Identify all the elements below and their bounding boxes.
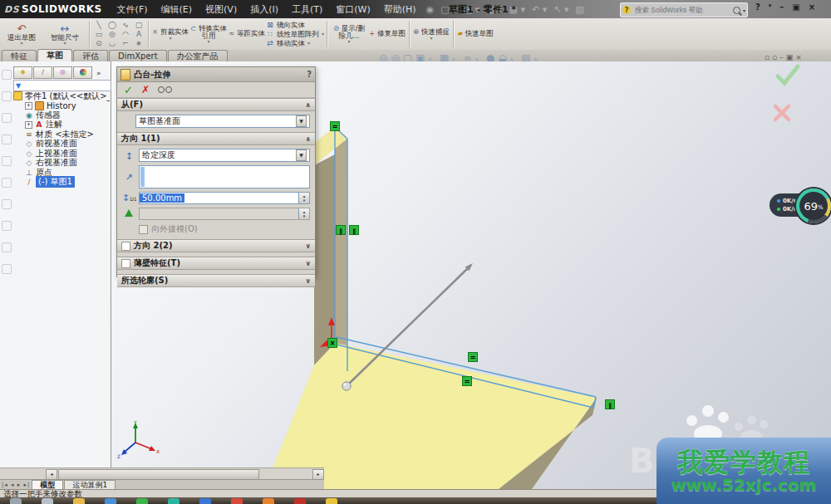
construction-tool-icon[interactable]: ∗ xyxy=(132,39,145,48)
trim-entities-button[interactable]: × 剪裁实体▾ xyxy=(151,28,189,39)
expand-icon[interactable]: + xyxy=(25,102,32,110)
line-tool-icon[interactable]: ╲ xyxy=(92,21,106,30)
rebuild-icon[interactable]: ▧ xyxy=(572,4,587,15)
search-input[interactable] xyxy=(633,5,730,15)
rapid-sketch-button[interactable]: ▰ 快速草图 xyxy=(456,30,494,37)
mirror-entities-button[interactable]: ⊠ 镜向实体 xyxy=(266,21,324,29)
horizontal-scrollbar[interactable]: ◂ ▸ xyxy=(0,467,324,480)
panel-help-button[interactable]: ? xyxy=(307,70,312,79)
tab-nav-icons[interactable]: |◂ ◂ ▸ ▸| xyxy=(2,482,30,488)
doc-restore-icon[interactable]: ▫ xyxy=(765,53,772,61)
restore-button[interactable]: ▣ xyxy=(789,2,803,12)
configurationmanager-tab-icon[interactable]: ◎ xyxy=(53,66,72,79)
confirm-cancel-icon[interactable] xyxy=(775,106,789,120)
extrude-handle-sphere[interactable] xyxy=(342,382,351,390)
pin-icon[interactable]: ◉ xyxy=(423,4,438,15)
menu-tools[interactable]: 工具(T) xyxy=(285,3,329,16)
tree-item-sketch1[interactable]: ∕ (-) 草图1 xyxy=(13,178,110,188)
direction2-checkbox[interactable] xyxy=(121,242,130,251)
exit-sketch-button[interactable]: ↶ 退出草图▾ xyxy=(0,23,43,45)
move-entities-button[interactable]: ⇄ 移动实体▾ xyxy=(266,39,324,47)
doc-minimize-icon[interactable]: – xyxy=(779,53,786,61)
taskbar-app-icon[interactable] xyxy=(105,498,116,504)
taskbar-app-icon[interactable] xyxy=(10,498,22,504)
repair-sketch-button[interactable]: + 修复草图 xyxy=(368,30,406,37)
menu-window[interactable]: 窗口(W) xyxy=(329,3,376,16)
reverse-direction-icon[interactable]: ↔ xyxy=(124,149,135,162)
offset-entities-button[interactable]: ≈ 等距实体 xyxy=(228,30,266,37)
tab-dimxpert[interactable]: DimXpert xyxy=(109,50,167,61)
depth-spinner[interactable]: ▴▾ xyxy=(298,193,309,203)
tree-item-history[interactable]: + History xyxy=(13,101,110,111)
outward-draft-checkbox[interactable] xyxy=(139,225,148,234)
undo-icon[interactable]: ↶ ▾ xyxy=(529,4,550,15)
point-tool-icon[interactable]: ⊙ xyxy=(92,39,106,48)
app-help-button[interactable]: ? xyxy=(752,2,764,12)
linear-pattern-button[interactable]: ∷ 线性草图阵列▾ xyxy=(266,30,324,38)
ok-button[interactable]: ✓ xyxy=(124,84,133,96)
spline-tool-icon[interactable]: ∿ xyxy=(119,21,132,30)
help-search-box[interactable]: ? ▾ xyxy=(620,2,748,17)
taskbar-app-icon[interactable] xyxy=(168,498,179,504)
tab-evaluate[interactable]: 评估 xyxy=(73,50,108,61)
from-plane-dropdown[interactable]: 草图基准面 ▼ xyxy=(135,115,310,128)
from-section-header[interactable]: 从(F)∧ xyxy=(117,98,315,111)
tab-features[interactable]: 特征 xyxy=(2,50,37,61)
taskbar-app-icon[interactable] xyxy=(326,498,337,504)
smart-dimension-button[interactable]: ↔ 智能尺寸▾ xyxy=(43,23,86,45)
taskbar-app-icon[interactable] xyxy=(73,498,85,504)
menu-view[interactable]: 视图(V) xyxy=(199,3,243,16)
arc-tool-icon[interactable]: ◠ xyxy=(119,30,132,39)
ellipse-tool-icon[interactable]: ◎ xyxy=(106,30,119,39)
thin-feature-section-header[interactable]: 薄壁特征(T)∨ xyxy=(117,257,315,270)
slot-tool-icon[interactable]: ▭ xyxy=(92,30,106,39)
chamfer-tool-icon[interactable]: ⌐ xyxy=(119,39,132,48)
direction-selection-box[interactable] xyxy=(139,165,310,188)
text-tool-icon[interactable]: A xyxy=(132,30,145,39)
draft-icon[interactable] xyxy=(122,208,135,219)
menu-insert[interactable]: 插入(I) xyxy=(243,3,285,16)
direction1-section-header[interactable]: 方向 1(1)∧ xyxy=(117,132,315,145)
menu-edit[interactable]: 编辑(E) xyxy=(155,3,199,16)
convert-entities-button[interactable]: ⊂ 转换实体引用▾ xyxy=(189,25,228,44)
dropdown-arrow-icon[interactable]: ▼ xyxy=(296,149,307,161)
minimize-button[interactable]: – xyxy=(776,2,787,12)
menu-help[interactable]: 帮助(H) xyxy=(377,3,423,16)
display-delete-relations-button[interactable]: ⊘ 显示/删除几...▾ xyxy=(330,25,368,44)
quick-snaps-button[interactable]: ⊕ 快速捕捉▾ xyxy=(412,28,450,39)
taskbar-app-icon[interactable] xyxy=(294,498,306,504)
help-dropdown-icon[interactable]: ▾ xyxy=(765,2,775,12)
propertymanager-tab-icon[interactable]: ∕ xyxy=(33,66,52,79)
featuremanager-tab-icon[interactable]: ◈ xyxy=(13,66,32,79)
dropdown-arrow-icon[interactable]: ▼ xyxy=(296,115,307,127)
menu-file[interactable]: 文件(F) xyxy=(111,3,155,16)
select-icon[interactable]: ↖ ▾ xyxy=(550,4,572,15)
taskbar-app-icon[interactable] xyxy=(263,498,274,504)
taskbar-app-icon[interactable] xyxy=(42,498,53,504)
displaymanager-tab-icon[interactable] xyxy=(73,66,92,79)
tab-sketch[interactable]: 草图 xyxy=(37,49,72,61)
tree-more-chevron[interactable]: » xyxy=(96,69,101,77)
tree-item-right-plane[interactable]: ◇ 右视基准面 xyxy=(13,159,110,169)
cancel-button[interactable]: ✗ xyxy=(141,84,150,95)
search-dropdown-icon[interactable]: ▾ xyxy=(743,7,745,13)
detailed-preview-icon[interactable] xyxy=(158,86,172,93)
taskbar-app-icon[interactable] xyxy=(199,498,211,504)
doc-close-icon[interactable]: × xyxy=(795,53,804,61)
depth-field[interactable]: 50.00mm ▴▾ xyxy=(139,192,310,204)
tree-item-part[interactable]: 零件1 (默认<<默认>_显示状态 xyxy=(13,91,110,101)
network-monitor-widget[interactable]: 0K/s 0K/s 69% xyxy=(770,191,831,221)
expand-icon[interactable]: + xyxy=(25,121,32,129)
taskbar-app-icon[interactable] xyxy=(136,498,148,504)
thin-feature-checkbox[interactable] xyxy=(121,259,130,268)
end-condition-dropdown[interactable]: 给定深度 ▼ xyxy=(139,149,310,162)
selected-contours-section-header[interactable]: 所选轮廓(S)∨ xyxy=(117,274,315,287)
circle-tool-icon[interactable]: ◯ xyxy=(106,21,119,30)
doc-restore-icon[interactable]: ▫ xyxy=(772,53,779,61)
fillet-tool-icon[interactable]: ◡ xyxy=(106,39,119,48)
tab-office-products[interactable]: 办公室产品 xyxy=(168,50,228,61)
doc-maximize-icon[interactable]: ▣ xyxy=(786,53,796,61)
confirm-ok-icon[interactable] xyxy=(778,66,798,83)
close-button[interactable]: × xyxy=(805,2,819,12)
search-icon[interactable] xyxy=(733,7,740,14)
